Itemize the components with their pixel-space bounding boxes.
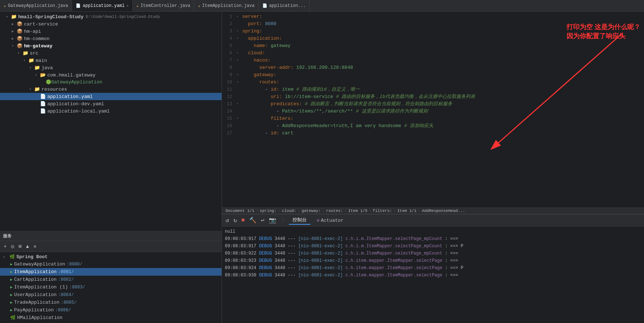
console-line: null (225, 228, 641, 235)
service-item[interactable]: ▶ ItemApplication :8081/ (0, 268, 222, 276)
box-button[interactable]: ⊞ (18, 243, 22, 250)
arrow-icon: ▾ (23, 58, 28, 63)
arrow-icon: ▾ (29, 87, 34, 91)
spring-icon: 🌿 (10, 315, 16, 320)
tab-item-application[interactable]: ☕ ItemApplication.java (194, 0, 259, 11)
tree-hm-api[interactable]: ▶ 📦 hm-api (0, 28, 222, 35)
breadcrumb-item[interactable]: Item 1/1 (397, 209, 417, 213)
tree-application-dev-yaml[interactable]: 📄 application-dev.yaml (0, 100, 222, 107)
tab-actuator[interactable]: ⚙ Actuator (313, 217, 347, 224)
service-user[interactable]: ▶ UserApplication :8084/ (0, 291, 222, 299)
tree-java[interactable]: ▾ 📁 java (0, 64, 222, 71)
breadcrumb-item[interactable]: routes: (326, 209, 343, 213)
tree-item-label: cart-service (24, 21, 58, 27)
code-line-4: 4 ▾ application: (222, 35, 644, 42)
tree-application-local-yaml[interactable]: 📄 application-local.yaml (0, 107, 222, 115)
editor-tabs: ☕ GatewayApplication.java 📄 application.… (0, 0, 644, 12)
breadcrumb-item[interactable]: gateway: (302, 209, 321, 213)
spring-icon: 🌿 (9, 254, 15, 260)
console-line: 09:08:03:922 DEBUG 3440 --- [nio-8081-ex… (225, 250, 641, 257)
service-gateway[interactable]: ▶ GatewayApplication :8080/ (0, 260, 222, 268)
close-button[interactable]: ✕ (33, 243, 37, 250)
actuator-icon: ⚙ (317, 218, 319, 223)
breadcrumb: Document 1/1 › spring: › cloud: › gatewa… (222, 208, 644, 214)
breadcrumb-item[interactable]: AddResponseHead... (422, 209, 465, 213)
tree-item-label: com.hmall.gateway (47, 72, 96, 78)
code-line-3: 3 ▾ spring: (222, 28, 644, 35)
code-line-15: 15 ▾ filters: (222, 115, 644, 122)
code-line-11: 11 - id: item # 路由规则id，自定义，唯一 (222, 86, 644, 93)
tree-application-yaml[interactable]: 📄 application.yaml (0, 93, 222, 100)
arrow-icon: ▾ (3, 255, 8, 259)
tree-hm-gateway[interactable]: ▾ 📦 hm-gateway (0, 42, 222, 50)
code-line-7: 7 ▾ nacos: (222, 57, 644, 64)
app-icon: 🟢 (46, 79, 51, 85)
breadcrumb-item[interactable]: cloud: (282, 209, 297, 213)
breadcrumb-item[interactable]: Document 1/1 (226, 209, 254, 213)
run-icon: ▶ (10, 262, 13, 267)
spring-boot-group-header[interactable]: ▾ 🌿 Spring Boot (0, 253, 222, 260)
tab-gateway-app[interactable]: ☕ GatewayApplication.java (0, 0, 72, 11)
tree-com-hmall-gateway[interactable]: ▾ 📂 com.hmall.gateway (0, 71, 222, 79)
tab-application-yaml[interactable]: 📄 application.yaml ✕ (72, 0, 132, 11)
services-panel: 服务 + ◎ ⊞ ▲ ✕ ▾ 🌿 Spring Boot (0, 231, 222, 323)
run-icon: ▶ (10, 308, 13, 312)
close-icon[interactable]: ✕ (126, 4, 128, 8)
run-icon: ▶ (10, 300, 13, 305)
console-line: 09:08:03:917 DEBUG 3440 --- [nio-8081-ex… (225, 235, 641, 243)
camera-button[interactable]: 📷 (268, 216, 277, 225)
yaml-icon: 📄 (262, 3, 267, 8)
service-cart[interactable]: ▶ CartApplication :8082/ (0, 276, 222, 283)
breadcrumb-item[interactable]: filters: (373, 209, 392, 213)
breadcrumb-item[interactable]: spring: (260, 209, 277, 213)
reload-button[interactable]: ↺ (225, 216, 230, 225)
spring-boot-group: ▾ 🌿 Spring Boot ▶ GatewayApplication :80… (0, 253, 222, 322)
tab-label: ItemController.java (140, 3, 190, 8)
tab-label: ItemApplication.java (202, 3, 255, 8)
service-hmall[interactable]: 🌿 HMallApplication (0, 314, 222, 322)
add-service-button[interactable]: + (3, 243, 7, 250)
service-trade[interactable]: ▶ TradeApplication :8085/ (0, 299, 222, 306)
yaml-icon: 📄 (40, 108, 46, 114)
tab-item-controller[interactable]: ☕ ItemController.java (133, 0, 194, 11)
tab-application2[interactable]: 📄 application... (259, 0, 310, 11)
tree-hm-common[interactable]: ▶ 📦 hm-common (0, 35, 222, 42)
run-icon: ▶ (10, 292, 13, 297)
run-icon: ▶ (10, 269, 13, 274)
tree-main[interactable]: ▾ 📁 main (0, 57, 222, 64)
service-port: :8083/ (69, 285, 85, 290)
breadcrumb-item[interactable]: Item 1/5 (348, 209, 367, 213)
console-line: 09:08:03:923 DEBUG 3440 --- [nio-8081-ex… (225, 257, 641, 264)
build-button[interactable]: 🔨 (249, 216, 257, 225)
code-line-2: 2 port: 8080 (222, 20, 644, 28)
tree-src[interactable]: ▾ 📁 src (0, 50, 222, 57)
folder-icon: 📁 (34, 86, 40, 92)
arrow-icon: ▾ (35, 73, 40, 77)
restart-button[interactable]: ↻ (233, 216, 238, 225)
folder-icon: 📁 (34, 65, 40, 71)
tree-project-root[interactable]: ▾ 📁 hmall-SpringCloud-Study D:\Code\hmal… (0, 13, 222, 20)
console-toolbar: ↺ ↻ ■ 🔨 ↩ 📷 ⋮ 控制台 ⚙ Actuator (222, 214, 644, 227)
tree-item-label: src (30, 51, 38, 56)
service-name: ItemApplication (14, 269, 57, 275)
arrow-icon: ▾ (29, 66, 34, 70)
module-icon: 📦 (17, 43, 23, 49)
tree-item-label: application.yaml (47, 94, 93, 99)
code-editor[interactable]: 1 ▾ server: 2 port: 8080 3 ▾ spring: 4 ▾ (222, 12, 644, 208)
tree-gateway-app[interactable]: 🟢 GatewayApplication (0, 79, 222, 86)
service-item1[interactable]: ▶ ItemApplication (1) :8083/ (0, 283, 222, 291)
eye-button[interactable]: ◎ (10, 243, 15, 250)
tab-console[interactable]: 控制台 (289, 216, 310, 225)
tree-resources[interactable]: ▾ 📁 resources (0, 86, 222, 93)
module-icon: 📦 (17, 36, 23, 42)
tree-item-label: application-dev.yaml (47, 101, 104, 107)
up-button[interactable]: ▲ (25, 243, 29, 250)
service-pay[interactable]: ▶ PayApplication :8086/ (0, 306, 222, 314)
tree-cart-service[interactable]: ▶ 📦 cart-service (0, 20, 222, 28)
code-line-10: 10 ▾ routes: (222, 79, 644, 86)
debug-button[interactable]: ↩ (260, 216, 265, 225)
stop-button[interactable]: ■ (240, 216, 246, 224)
tree-item-label: hm-api (24, 29, 41, 34)
service-name: HMallApplication (17, 315, 63, 320)
run-icon: ▶ (10, 277, 13, 282)
